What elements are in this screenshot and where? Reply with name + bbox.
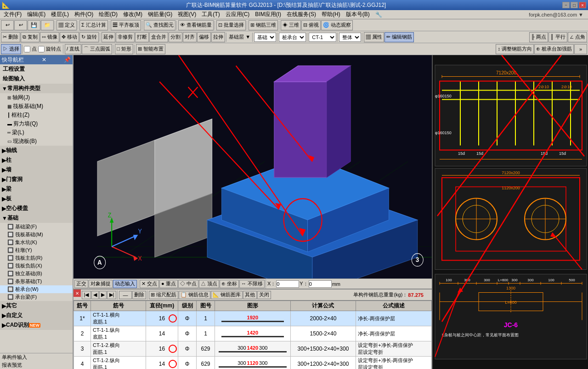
menu-component[interactable]: 构件(O) xyxy=(72,10,96,19)
btn-move[interactable]: ✥ 移动 xyxy=(60,32,79,42)
opening-category[interactable]: ▶ 门窗洞 xyxy=(0,175,73,184)
y-input[interactable] xyxy=(309,280,332,288)
tree-pile-cap[interactable]: 🔲 桩承台(W) xyxy=(0,285,73,293)
btn-close-panel[interactable]: 关闭 xyxy=(257,291,271,299)
btn-intersection[interactable]: ✕ 交点 xyxy=(140,280,159,288)
menu-modify[interactable]: 修改(M) xyxy=(120,10,145,19)
btn-save[interactable]: 💾 xyxy=(28,20,40,30)
axis-category[interactable]: ▶ 轴线 xyxy=(0,146,73,155)
btn-view-rebar[interactable]: 👁 查看钢筋量 xyxy=(178,20,214,30)
menu-file[interactable]: 文件(F) xyxy=(1,10,24,19)
btn-smart-layout[interactable]: ⊞ 智能布置 xyxy=(136,44,165,54)
maximize-btn[interactable]: □ xyxy=(571,2,578,8)
col-category[interactable]: ▶ 柱 xyxy=(0,155,73,165)
drawing-input-item[interactable]: 绘图输入 xyxy=(0,74,73,84)
tree-strip[interactable]: 🔲 条形基础(T) xyxy=(0,278,73,285)
menu-online[interactable]: 在线服务(S) xyxy=(284,10,319,19)
table-row[interactable]: 3 CT-1-2.横向面筋.1 16 Φ 629 xyxy=(74,341,432,357)
menu-cloud[interactable]: 云应用(C) xyxy=(223,10,253,19)
menu-version[interactable]: 版本号(B) xyxy=(343,10,373,19)
btn-rebar-info[interactable]: 📋 钢筋信息 xyxy=(179,291,210,299)
btn-level-top[interactable]: ☰ 平齐板顶 xyxy=(111,20,141,30)
tree-col[interactable]: ┃框柱(Z) xyxy=(0,111,73,119)
tree-mat-found[interactable]: ▦筏板基础(M) xyxy=(0,102,73,111)
panel-pin-icon[interactable]: 📌 xyxy=(64,57,71,63)
tree-axis[interactable]: ⊞轴网(J) xyxy=(0,93,73,102)
layer-select[interactable]: 基础 xyxy=(254,33,276,42)
menu-rebar[interactable]: 钢筋量(G) xyxy=(145,10,175,19)
btn-arc3[interactable]: ⌒ 三点圆弧 xyxy=(82,44,112,54)
menu-floor[interactable]: 楼层(L) xyxy=(48,10,72,19)
viewport-3d[interactable]: Z X Y A 3 xyxy=(74,55,432,278)
single-component-btn[interactable]: 单构件输入 xyxy=(0,353,73,361)
btn-no-trim[interactable]: 非修剪 xyxy=(116,32,135,42)
minimize-btn[interactable]: － xyxy=(562,2,570,8)
btn-dash[interactable]: — xyxy=(119,291,132,299)
btn-other[interactable]: 其他 xyxy=(243,291,257,299)
btn-undo[interactable]: ↩ xyxy=(1,20,14,30)
whole-select[interactable]: 整体 xyxy=(339,33,361,42)
btn-line[interactable]: / 直线 xyxy=(65,44,81,54)
custom-category[interactable]: ▶ 自定义 xyxy=(0,311,73,320)
btn-undo2[interactable]: ↩ xyxy=(14,20,27,30)
wall-category[interactable]: ▶ 墙 xyxy=(0,165,73,175)
btn-stretch[interactable]: 拉伸 xyxy=(211,32,225,42)
plate-category[interactable]: ▶ 板 xyxy=(0,194,73,204)
btn-rect[interactable]: □ 矩形 xyxy=(115,44,133,54)
tree-raft-main[interactable]: 🔲 筏板主筋(R) xyxy=(0,254,73,262)
hollow-category[interactable]: ▶ 空心楼盖 xyxy=(0,204,73,213)
x-input[interactable] xyxy=(276,280,299,288)
tree-raft[interactable]: 🔲 筏板基础(M) xyxy=(0,231,73,238)
btn-3d[interactable]: ◈ 三维 xyxy=(281,20,301,30)
btn-top-view[interactable]: ⊟ 俯视 xyxy=(301,20,321,30)
tree-raft-neg[interactable]: 🔲 筏板负筋(X) xyxy=(0,262,73,270)
other-category[interactable]: ▶ 其它 xyxy=(0,301,73,311)
btn-attr[interactable]: ▦ 属性 xyxy=(364,32,384,42)
tree-found-beam[interactable]: 🔲 基础梁(F) xyxy=(0,223,73,231)
btn-table-delete[interactable]: 删除 xyxy=(132,291,146,299)
btn-rotate[interactable]: ↻ 旋转 xyxy=(79,32,99,42)
btn-no-limit[interactable]: ↔ 不限移 xyxy=(239,280,265,288)
tree-pit[interactable]: 🔲 集水坑(K) xyxy=(0,238,73,246)
btn-last[interactable]: ▶| xyxy=(107,291,116,299)
table-row[interactable]: 2 CT-1-1.纵向底筋.1 14 Φ 1 1420 xyxy=(74,326,432,341)
chk-rotate[interactable] xyxy=(38,46,45,52)
foundation-category[interactable]: ▼ 基础 xyxy=(0,213,73,223)
menu-settings-icon[interactable]: 🔧 xyxy=(373,11,385,19)
btn-coord[interactable]: ⊕ 坐标 xyxy=(220,280,239,288)
project-setup-item[interactable]: 工程设置 xyxy=(0,64,73,74)
btn-dynamic-obs[interactable]: 🌀 动态观察 xyxy=(321,20,353,30)
btn-point-angle[interactable]: ∠ 点角 xyxy=(568,32,587,42)
menu-tools[interactable]: 工具(T) xyxy=(199,10,222,19)
ct-select[interactable]: CT-1 xyxy=(309,33,336,42)
btn-mirror[interactable]: ⇿ 镜像 xyxy=(40,32,59,42)
btn-break[interactable]: 打断 xyxy=(135,32,149,42)
btn-offset[interactable]: 偏移 xyxy=(197,32,211,42)
btn-merge[interactable]: 盒合并 xyxy=(149,32,168,42)
tree-isolated[interactable]: 🔲 独立基础(B) xyxy=(0,270,73,278)
btn-split[interactable]: 分割 xyxy=(169,32,182,42)
tree-shear[interactable]: ▬剪力墙(Q) xyxy=(0,119,73,128)
menu-edit[interactable]: 编辑(E) xyxy=(24,10,48,19)
btn-rebar-3d[interactable]: ⊞ 钢筋三维 xyxy=(249,20,278,30)
btn-adjust-dir[interactable]: ↕ 调整钢筋方向 xyxy=(496,44,534,54)
btn-next[interactable]: ▶ xyxy=(99,291,107,299)
btn-prev[interactable]: ◀ xyxy=(91,291,99,299)
btn-snap[interactable]: 对象捕捉 xyxy=(89,280,113,288)
btn-copy[interactable]: ⧉ 复制 xyxy=(21,32,40,42)
btn-midpoint[interactable]: ◇ 中点 xyxy=(178,280,198,288)
close-btn[interactable]: × xyxy=(579,2,586,8)
menu-bim[interactable]: BIM应用(I) xyxy=(252,10,284,19)
btn-batch-select[interactable]: ⊡ 批量选择 xyxy=(216,20,246,30)
btn-open[interactable]: 📁 xyxy=(41,20,54,30)
btn-define[interactable]: ▦ 定义 xyxy=(57,20,77,30)
panel-close-btn[interactable]: ✕ xyxy=(42,57,46,63)
menu-help[interactable]: 帮助(H) xyxy=(319,10,343,19)
table-row[interactable]: 4 CT-1-2.纵向面筋.1 14 Φ 629 xyxy=(74,357,432,369)
btn-extend[interactable]: 延伸 xyxy=(102,32,115,42)
btn-two-pt[interactable]: ╟ 两点 xyxy=(529,32,548,42)
btn-first[interactable]: |◀ xyxy=(82,291,91,299)
btn-more[interactable]: » xyxy=(574,44,587,54)
beam-category[interactable]: ▶ 梁 xyxy=(0,184,73,194)
btn-select[interactable]: ▷ 选择 xyxy=(1,44,21,54)
